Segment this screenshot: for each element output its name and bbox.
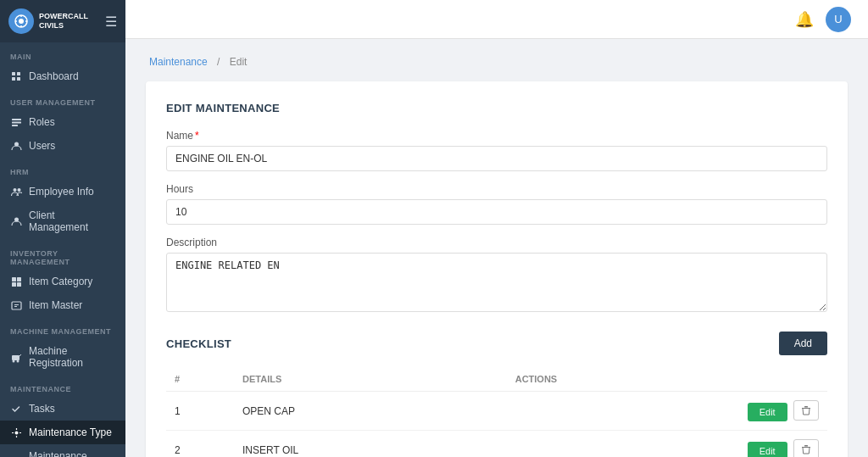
section-user-mgmt-label: USER MANAGEMENT [0,88,125,110]
sidebar-header: POWERCALL CIVILS ☰ [0,0,125,42]
logo-text: POWERCALL CIVILS [39,12,88,31]
section-machine-label: MACHINE MANAGEMENT [0,317,125,339]
name-required-indicator: * [195,130,199,142]
breadcrumb: Maintenance / Edit [146,56,848,68]
name-input[interactable] [166,146,827,171]
svg-rect-34 [802,447,810,448]
hamburger-icon[interactable]: ☰ [105,14,117,30]
row-actions: Edit [507,431,827,458]
machine-icon [10,351,22,363]
row-num: 1 [166,392,234,431]
col-details: DETAILS [234,367,507,392]
section-hrm-label: HRM [0,158,125,180]
logo-icon [8,8,34,34]
row-details: OPEN CAP [234,392,507,431]
svg-point-15 [17,188,20,192]
svg-rect-10 [12,119,21,120]
svg-point-25 [12,359,14,362]
section-main-label: MAIN [0,42,125,64]
hours-label: Hours [166,183,827,195]
sidebar-item-item-master[interactable]: Item Master [0,293,125,317]
svg-point-1 [19,19,24,24]
edit-row-button[interactable]: Edit [748,403,787,421]
svg-rect-12 [12,125,18,126]
maintenance-type-icon [10,426,22,438]
breadcrumb-parent[interactable]: Maintenance [149,56,208,68]
svg-rect-35 [804,445,808,447]
sidebar-item-employee-info[interactable]: Employee Info [0,180,125,203]
svg-rect-9 [17,77,20,81]
svg-rect-18 [17,277,21,281]
description-form-group: Description ENGINE RELATED EN [166,237,827,315]
table-row: 1 OPEN CAP Edit [166,392,827,431]
users-icon [10,140,22,152]
description-label: Description [166,237,827,248]
tasks-icon [10,403,22,415]
sidebar-item-maintenance-type[interactable]: Maintenance Type [0,421,125,444]
client-icon [10,215,22,227]
name-form-group: Name* [166,130,827,171]
row-num: 2 [166,431,234,458]
svg-rect-8 [12,77,15,81]
sidebar-item-tasks[interactable]: Tasks [0,397,125,421]
svg-rect-17 [12,277,16,281]
svg-rect-21 [12,302,21,309]
topbar: 🔔 U [125,0,868,39]
svg-rect-11 [12,121,21,123]
category-icon [10,276,22,287]
sidebar-item-roles[interactable]: Roles [0,110,125,134]
svg-rect-33 [804,406,808,408]
col-hash: # [166,367,234,392]
hours-form-group: Hours [166,183,827,225]
trash-icon [801,405,811,415]
edit-maintenance-card: EDIT MAINTENANCE Name* Hours Description… [146,81,848,457]
svg-rect-24 [12,355,19,360]
sidebar-item-item-category[interactable]: Item Category [0,270,125,293]
breadcrumb-separator: / [217,56,220,68]
row-actions: Edit [507,392,827,431]
form-section-title: EDIT MAINTENANCE [166,102,827,114]
delete-row-button[interactable] [793,400,819,421]
logo: POWERCALL CIVILS [8,8,88,34]
svg-point-14 [13,188,16,192]
breadcrumb-current: Edit [230,56,248,68]
svg-rect-32 [802,408,810,409]
svg-rect-6 [12,72,15,75]
svg-rect-20 [17,282,21,287]
employee-icon [10,186,22,198]
main-content: Maintenance / Edit EDIT MAINTENANCE Name… [125,0,868,457]
delete-row-button[interactable] [793,439,819,457]
table-row: 2 INSERT OIL Edit [166,431,827,458]
hours-input[interactable] [166,199,827,225]
svg-rect-19 [12,282,16,287]
section-maintenance-label: MAINTENANCE [0,375,125,397]
sidebar-item-maintenance-order[interactable]: Maintenance Order [0,444,125,457]
section-inventory-label: INVENTORY MANAGEMENT [0,239,125,270]
avatar[interactable]: U [826,7,851,32]
notification-icon[interactable]: 🔔 [795,10,814,29]
svg-rect-7 [17,72,20,75]
svg-point-27 [14,431,18,434]
col-actions: ACTIONS [507,367,827,392]
trash-icon [801,444,811,454]
sidebar-item-client-management[interactable]: Client Management [0,203,125,239]
sidebar: POWERCALL CIVILS ☰ MAIN Dashboard USER M… [0,0,125,457]
item-icon [10,299,22,311]
checklist-header: CHECKLIST Add [166,332,827,355]
sidebar-item-machine-registration[interactable]: Machine Registration [0,339,125,375]
row-details: INSERT OIL [234,431,507,458]
checklist-table: # DETAILS ACTIONS 1 OPEN CAP Edit [166,367,827,457]
sidebar-item-dashboard[interactable]: Dashboard [0,64,125,88]
edit-row-button[interactable]: Edit [748,442,787,457]
checklist-title: CHECKLIST [166,337,231,350]
add-checklist-button[interactable]: Add [779,332,827,355]
sidebar-item-users[interactable]: Users [0,134,125,158]
name-label: Name* [166,130,827,142]
roles-icon [10,116,22,128]
grid-icon [10,70,22,82]
description-textarea[interactable]: ENGINE RELATED EN [166,253,827,312]
svg-point-26 [16,359,19,362]
